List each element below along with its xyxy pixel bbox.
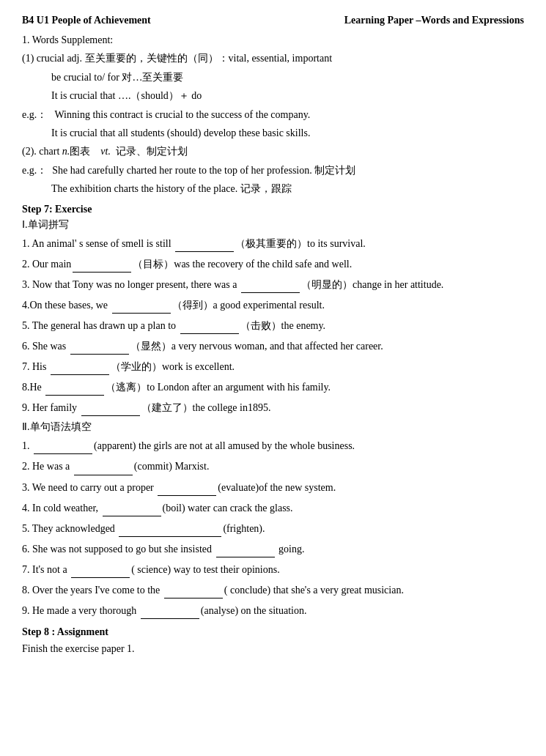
entry-chart: (2). chart n.图表 vt. 记录、制定计划 bbox=[22, 144, 524, 160]
blank-1-1 bbox=[175, 234, 234, 252]
eg2-crucial-text: It is crucial that all students (should)… bbox=[51, 127, 310, 138]
exercise-2-2: 2. He was a (commit) Marxist. bbox=[22, 457, 524, 475]
words-supplement-title: 1. Words Supplement: bbox=[22, 32, 524, 48]
exercise-2-3: 3. We need to carry out a proper (evalua… bbox=[22, 478, 524, 496]
blank-2-9 bbox=[141, 601, 199, 619]
exercise-1-5: 5. The general has drawn up a plan to （击… bbox=[22, 316, 524, 334]
exercise-1-7: 7. His （学业的）work is excellent. bbox=[22, 357, 524, 375]
blank-2-1 bbox=[34, 437, 92, 454]
blank-1-2 bbox=[73, 255, 131, 273]
eg-label-chart: e.g.： She had carefully charted her rout… bbox=[22, 165, 355, 176]
blank-2-8 bbox=[164, 581, 223, 598]
blank-2-2 bbox=[74, 457, 133, 475]
blank-1-9 bbox=[81, 399, 140, 416]
be-crucial-text: be crucial to/ for 对…至关重要 bbox=[51, 72, 183, 83]
chart-text: (2). chart n.图表 vt. 记录、制定计划 bbox=[22, 146, 188, 157]
section2-title: Ⅱ.单句语法填空 bbox=[22, 421, 92, 432]
exercise-1-4: 4.On these bases, we （得到）a good experime… bbox=[22, 296, 524, 314]
crucial-adj-text: (1) crucial adj. 至关重要的，关键性的（同）：vital, es… bbox=[22, 53, 332, 64]
entry-eg-chart: e.g.： She had carefully charted her rout… bbox=[22, 163, 524, 179]
exercise-1-3: 3. Now that Tony was no longer present, … bbox=[22, 275, 524, 293]
entry-crucial-adj: (1) crucial adj. 至关重要的，关键性的（同）：vital, es… bbox=[22, 51, 524, 67]
section2-heading: Ⅱ.单句语法填空 bbox=[22, 420, 524, 434]
exercise-1-2: 2. Our main （目标）was the recovery of the … bbox=[22, 255, 524, 273]
blank-1-6 bbox=[70, 337, 129, 355]
exercise-2-7: 7. It's not a ( science) way to test the… bbox=[22, 560, 524, 578]
blank-2-3 bbox=[158, 478, 216, 496]
exercise-2-9: 9. He made a very thorough (analyse) on … bbox=[22, 601, 524, 619]
exercise-1-1: 1. An animal' s sense of smell is still … bbox=[22, 234, 524, 252]
assignment-text: Finish the exercise paper 1. bbox=[22, 641, 524, 657]
eg-label-crucial: e.g.： Winning this contract is crucial t… bbox=[22, 109, 310, 120]
entry-eg-chart2: The exhibition charts the history of the… bbox=[51, 181, 524, 197]
exercise-2-5: 5. They acknowledged (frighten). bbox=[22, 519, 524, 537]
it-crucial-text: It is crucial that ….（should）＋ do bbox=[51, 90, 202, 101]
header-right: Learning Paper –Words and Expressions bbox=[344, 15, 524, 26]
section1-heading: Ⅰ.单词拼写 bbox=[22, 218, 524, 231]
blank-2-5 bbox=[119, 519, 221, 537]
entry-eg2-crucial: It is crucial that all students (should)… bbox=[51, 125, 524, 141]
blank-2-7 bbox=[71, 560, 130, 578]
exercise-2-6: 6. She was not supposed to go but she in… bbox=[22, 540, 524, 557]
exercise-2-1: 1. (apparent) the girls are not at all a… bbox=[22, 437, 524, 454]
exercise-1-6: 6. She was （显然）a very nervous woman, and… bbox=[22, 337, 524, 355]
step7-title: Step 7: Exercise bbox=[22, 204, 524, 215]
blank-1-8 bbox=[45, 378, 104, 396]
blank-1-4 bbox=[112, 296, 171, 314]
blank-2-6 bbox=[216, 540, 275, 557]
exercise-1-9: 9. Her family （建立了）the college in1895. bbox=[22, 399, 524, 416]
page-header: B4 U1 People of Achievement Learning Pap… bbox=[22, 15, 524, 26]
blank-2-4 bbox=[103, 499, 161, 516]
entry-eg-crucial: e.g.： Winning this contract is crucial t… bbox=[22, 107, 524, 123]
step8-title: Step 8 : Assignment bbox=[22, 626, 524, 638]
entry-be-crucial: be crucial to/ for 对…至关重要 bbox=[51, 70, 524, 86]
entry-it-crucial: It is crucial that ….（should）＋ do bbox=[51, 88, 524, 104]
blank-1-5 bbox=[180, 316, 239, 334]
header-left: B4 U1 People of Achievement bbox=[22, 15, 151, 26]
blank-1-3 bbox=[241, 275, 300, 293]
exercise-1-8: 8.He （逃离）to London after an argument wit… bbox=[22, 378, 524, 396]
eg-chart2-text: The exhibition charts the history of the… bbox=[51, 183, 292, 194]
exercise-2-4: 4. In cold weather, (boil) water can cra… bbox=[22, 499, 524, 516]
blank-1-7 bbox=[51, 357, 109, 375]
section1-title: Ⅰ.单词拼写 bbox=[22, 219, 69, 230]
exercise-2-8: 8. Over the years I've come to the ( con… bbox=[22, 581, 524, 598]
